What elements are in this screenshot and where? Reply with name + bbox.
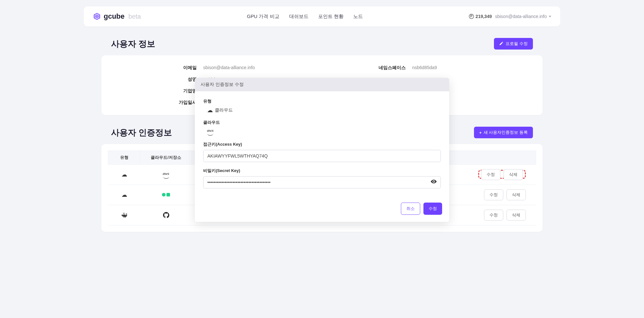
topbar-right: P 219,349 sbison@data-alliance.info [469,14,551,19]
github-icon [163,212,169,217]
chevron-down-icon [549,16,551,17]
nav-node[interactable]: 노드 [353,14,363,20]
user-email: sbison@data-alliance.info [495,14,547,19]
add-credential-button[interactable]: + 새 사용자인증정보 등록 [474,127,533,138]
col-type: 유형 [108,151,140,165]
label-email: 이메일 [113,65,203,71]
points-icon: P [469,14,474,19]
submit-button[interactable]: 수정 [423,203,442,215]
highlight-annotation: 수정 삭제 [478,170,526,179]
edit-profile-label: 프로필 수정 [506,41,528,47]
nav-points[interactable]: 포인트 현황 [318,14,344,20]
col-provider: 클라우드/저장소 [140,151,192,165]
credentials-title: 사용자 인증정보 [111,127,172,138]
aws-icon: aws [144,171,189,179]
cloud-icon [121,193,127,198]
edit-credential-button[interactable]: 수정 [484,189,503,200]
cancel-button[interactable]: 취소 [401,203,420,215]
field-type-label: 유형 [203,98,441,104]
aws-icon: aws [207,128,213,136]
docker-icon [121,213,128,218]
value-namespace: nsb6d85da9 [412,65,531,71]
nav-dashboard[interactable]: 대쉬보드 [289,14,308,20]
edit-icon [499,41,504,47]
cloud-icon [207,107,213,114]
logo-text: gcube [104,12,125,21]
edit-credential-modal: 사용자 인증정보 수정 유형 클라우드 클라우드 aws 접근키(Access … [195,78,449,222]
secret-key-input[interactable] [203,176,441,188]
label-company: 기업명 [113,88,203,94]
field-secretkey-label: 비밀키(Secret Key) [203,168,441,174]
add-credential-label: 새 사용자인증정보 등록 [484,130,528,135]
edit-profile-button[interactable]: 프로필 수정 [494,38,533,50]
field-type-value: 클라우드 [215,107,233,113]
topbar: gcube beta GPU 가격 비교 대쉬보드 포인트 현황 노드 P 21… [84,6,560,26]
field-accesskey-label: 접근키(Access Key) [203,141,441,147]
nav-gpu-price[interactable]: GPU 가격 비교 [247,14,279,20]
eye-icon[interactable] [431,178,437,186]
value-email: sbison@data-alliance.info [203,65,322,71]
points-value: 219,349 [476,14,492,19]
label-namespace: 네임스페이스 [322,65,412,71]
access-key-input[interactable] [203,150,441,162]
field-cloud-label: 클라우드 [203,120,441,125]
delete-credential-button[interactable]: 삭제 [504,169,523,180]
modal-title: 사용자 인증정보 수정 [195,78,449,91]
plus-icon: + [479,130,482,135]
main-nav: GPU 가격 비교 대쉬보드 포인트 현황 노드 [247,14,363,20]
logo-icon [93,12,101,21]
delete-credential-button[interactable]: 삭제 [507,210,526,221]
edit-credential-button[interactable]: 수정 [481,169,500,180]
user-menu[interactable]: sbison@data-alliance.info [495,14,551,19]
delete-credential-button[interactable]: 삭제 [507,189,526,200]
user-info-title: 사용자 정보 [111,38,155,50]
cloud-icon [121,172,127,177]
label-name: 성명 [113,77,203,82]
label-joined: 가입일시 [113,100,203,105]
logo[interactable]: gcube beta [93,12,141,21]
logo-badge: beta [128,13,141,20]
points-display[interactable]: P 219,349 [469,14,492,19]
provider-icon [162,193,170,196]
edit-credential-button[interactable]: 수정 [484,210,503,221]
